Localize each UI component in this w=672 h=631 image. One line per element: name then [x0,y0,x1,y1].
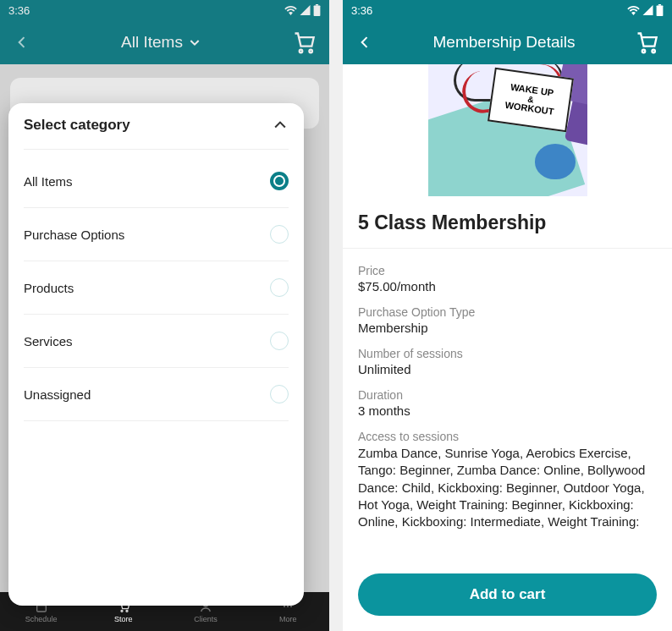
chevron-down-icon [188,36,201,49]
title-text: All Items [121,33,183,52]
radio[interactable] [270,385,289,403]
membership-details-screen: 3:36 Membership Details WAKE UP & WORKOU… [343,0,672,631]
radio-selected[interactable] [270,172,289,190]
radio[interactable] [270,225,289,244]
svg-rect-12 [658,4,661,6]
nav-label: Schedule [25,615,58,623]
title-text: Membership Details [433,33,576,52]
nav-label: More [279,615,297,623]
product-image: WAKE UP & WORKOUT [428,64,587,196]
svg-point-10 [290,606,292,607]
screen-body: WAKE UP & WORKOUT 5 Class Membership Pri… [343,64,672,631]
price-value: $75.00/month [358,279,657,294]
svg-point-9 [287,606,289,607]
svg-rect-11 [657,6,664,16]
clock: 3:36 [351,4,372,17]
sheet-header[interactable]: Select category [24,117,289,150]
battery-icon [656,4,664,16]
svg-rect-1 [316,4,318,6]
chevron-up-icon [272,117,289,134]
category-row[interactable]: Services [24,315,289,368]
app-bar: Membership Details [343,20,672,64]
detail-price: Price $75.00/month [358,255,657,297]
store-categories-screen: 3:36 All Items Schedule Store [0,0,329,631]
back-icon[interactable] [14,34,30,51]
duration-label: Duration [358,388,657,402]
wifi-icon [284,5,297,15]
detail-list: Price $75.00/month Purchase Option Type … [343,249,672,534]
category-row[interactable]: All Items [24,155,289,208]
svg-point-5 [121,610,123,612]
workout-sign: WAKE UP & WORKOUT [487,68,574,132]
category-sheet: Select category All Items Purchase Optio… [8,103,304,606]
page-title[interactable]: All Items [121,33,201,52]
clock: 3:36 [8,4,30,17]
svg-point-3 [309,50,312,53]
page-title: Membership Details [433,33,576,52]
back-icon[interactable] [356,34,373,51]
cart-icon[interactable] [292,30,316,54]
category-label: Services [24,334,73,348]
radio[interactable] [270,278,289,297]
status-bar: 3:36 [343,0,672,20]
duration-value: 3 months [358,403,657,418]
battery-icon [313,4,321,16]
sessions-value: Unlimited [358,362,657,376]
wifi-icon [627,5,640,15]
status-bar: 3:36 [0,0,329,20]
category-row[interactable]: Purchase Options [24,208,289,261]
price-label: Price [358,264,657,277]
category-row[interactable]: Unassigned [24,368,289,421]
svg-point-13 [642,50,646,53]
category-label: Products [24,281,74,295]
add-to-cart-button[interactable]: Add to cart [358,573,657,616]
svg-point-6 [126,610,128,612]
svg-point-8 [284,606,285,607]
signal-icon [642,5,653,15]
detail-duration: Duration 3 months [358,380,657,421]
access-label: Access to sessions [358,430,657,443]
signal-icon [300,5,311,15]
status-icons [284,4,321,16]
radio[interactable] [270,332,289,350]
detail-sessions: Number of sessions Unlimited [358,338,657,380]
screen-body: Schedule Store Clients More Select categ… [0,64,329,631]
nav-label: Clients [194,615,218,623]
type-label: Purchase Option Type [358,305,657,319]
category-label: Purchase Options [24,228,124,242]
sheet-title: Select category [24,117,130,134]
product-title: 5 Class Membership [343,196,672,249]
app-bar: All Items [0,20,329,64]
access-value: Zumba Dance, Sunrise Yoga, Aerobics Exer… [358,445,657,530]
status-icons [627,4,664,16]
category-row[interactable]: Products [24,261,289,315]
cart-icon[interactable] [635,30,658,54]
category-label: All Items [24,174,73,189]
nav-label: Store [114,615,133,623]
type-value: Membership [358,321,657,335]
detail-access: Access to sessions Zumba Dance, Sunrise … [358,421,657,534]
sessions-label: Number of sessions [358,347,657,360]
svg-rect-0 [314,6,321,16]
svg-point-2 [300,50,303,53]
detail-type: Purchase Option Type Membership [358,297,657,338]
svg-point-14 [652,50,655,53]
category-label: Unassigned [24,387,91,402]
